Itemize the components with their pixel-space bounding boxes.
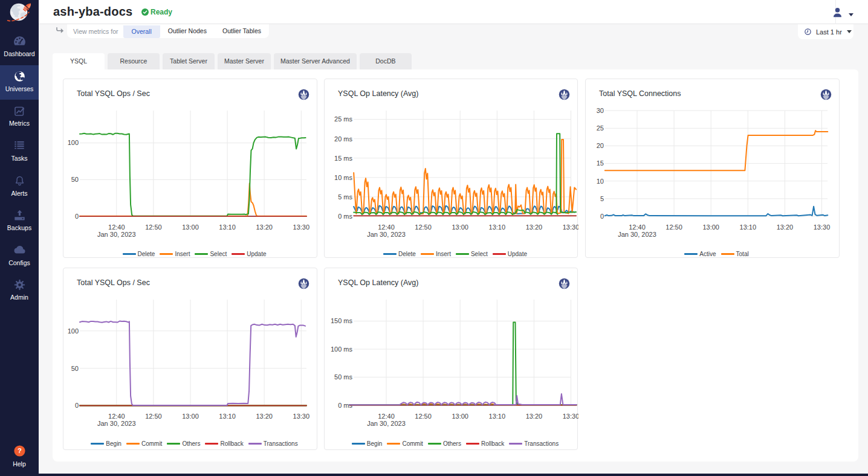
svg-text:Jan 30, 2023: Jan 30, 2023: [367, 420, 406, 427]
svg-text:13:30: 13:30: [814, 224, 831, 231]
svg-text:5: 5: [600, 195, 604, 202]
svg-text:12:40: 12:40: [108, 224, 125, 231]
svg-text:13:10: 13:10: [740, 224, 757, 231]
svg-text:12:50: 12:50: [666, 224, 682, 231]
svg-text:12:40: 12:40: [378, 413, 395, 420]
svg-text:13:00: 13:00: [182, 413, 199, 420]
svg-text:10: 10: [597, 178, 604, 185]
svg-text:13:10: 13:10: [489, 224, 506, 231]
svg-text:25: 25: [597, 124, 604, 132]
svg-text:13:20: 13:20: [526, 413, 543, 420]
svg-text:0: 0: [75, 402, 79, 409]
svg-text:0: 0: [600, 213, 604, 220]
svg-text:100 ms: 100 ms: [331, 346, 353, 353]
svg-text:13:00: 13:00: [182, 224, 199, 231]
svg-text:12:50: 12:50: [415, 224, 432, 231]
svg-text:20: 20: [597, 142, 604, 149]
svg-text:13:20: 13:20: [526, 224, 543, 231]
svg-text:13:30: 13:30: [293, 413, 310, 420]
svg-text:13:10: 13:10: [219, 413, 236, 420]
svg-text:13:30: 13:30: [293, 224, 310, 231]
svg-text:?: ?: [18, 447, 22, 454]
svg-text:12:50: 12:50: [415, 413, 432, 420]
svg-text:30: 30: [597, 107, 604, 114]
svg-text:25 ms: 25 ms: [334, 115, 352, 123]
svg-text:13:00: 13:00: [702, 224, 719, 231]
svg-text:Jan 30, 2023: Jan 30, 2023: [367, 231, 406, 238]
svg-text:50: 50: [71, 176, 79, 183]
svg-text:50: 50: [71, 365, 79, 372]
svg-text:Jan 30, 2023: Jan 30, 2023: [97, 231, 136, 238]
svg-text:5 ms: 5 ms: [338, 193, 352, 201]
svg-text:100: 100: [68, 139, 79, 146]
svg-text:13:20: 13:20: [256, 413, 273, 420]
svg-text:50 ms: 50 ms: [334, 373, 352, 381]
svg-text:13:30: 13:30: [563, 224, 578, 231]
svg-text:12:50: 12:50: [145, 413, 162, 420]
svg-text:13:30: 13:30: [563, 413, 578, 420]
svg-text:0 ms: 0 ms: [338, 213, 352, 220]
svg-text:12:40: 12:40: [378, 224, 395, 231]
svg-text:12:50: 12:50: [145, 224, 162, 231]
svg-text:13:00: 13:00: [452, 224, 468, 231]
svg-text:12:40: 12:40: [629, 224, 646, 231]
svg-text:12:40: 12:40: [108, 413, 125, 420]
svg-text:13:10: 13:10: [489, 413, 506, 420]
svg-text:13:20: 13:20: [777, 224, 794, 231]
svg-text:Jan 30, 2023: Jan 30, 2023: [618, 231, 656, 238]
svg-text:15 ms: 15 ms: [334, 155, 352, 162]
svg-text:20 ms: 20 ms: [334, 135, 352, 143]
svg-text:100: 100: [68, 327, 79, 335]
svg-text:13:10: 13:10: [219, 224, 236, 231]
svg-text:13:20: 13:20: [256, 224, 273, 231]
svg-text:15: 15: [597, 159, 604, 167]
svg-text:Jan 30, 2023: Jan 30, 2023: [97, 420, 136, 427]
svg-text:150 ms: 150 ms: [331, 317, 353, 324]
svg-text:13:00: 13:00: [452, 413, 468, 420]
svg-text:0: 0: [75, 213, 79, 220]
svg-text:10 ms: 10 ms: [334, 174, 352, 181]
